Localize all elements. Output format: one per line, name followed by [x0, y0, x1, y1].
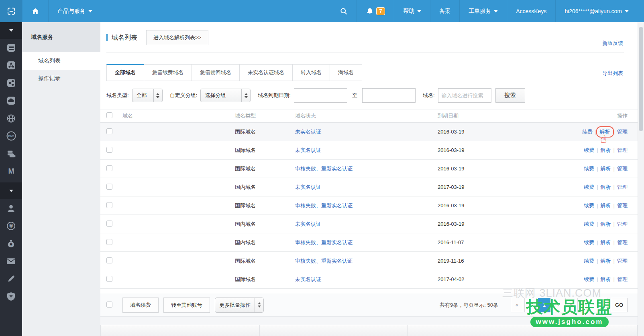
sidebar-item-slb[interactable]	[0, 57, 22, 74]
user-account-menu[interactable]: hi206*****@aliyun.com	[555, 0, 638, 22]
action-link-1[interactable]: 解析	[601, 147, 611, 153]
row-checkbox[interactable]	[106, 276, 112, 282]
help-menu[interactable]: 帮助	[394, 0, 430, 22]
sidebar-item-messages[interactable]	[0, 252, 22, 270]
tab-3[interactable]: 未实名认证域名	[240, 64, 293, 81]
select-all-checkbox-bottom[interactable]	[106, 302, 112, 308]
sidebar-item-oss[interactable]	[0, 74, 22, 92]
sidebar-item-cdn[interactable]	[0, 92, 22, 109]
action-link-2[interactable]: 管理	[617, 129, 628, 135]
sidebar-item-dns[interactable]: DNS	[0, 127, 22, 145]
domain-status-link[interactable]: 未实名认证	[295, 276, 321, 282]
sidebar-item-hosting[interactable]	[0, 145, 22, 162]
products-menu[interactable]: 产品与服务	[48, 0, 101, 22]
tab-5[interactable]: 淘域名	[330, 64, 362, 81]
notifications-button[interactable]: 7	[357, 0, 394, 22]
action-link-0[interactable]: 续费	[584, 258, 594, 264]
expire-date-start-input[interactable]	[294, 88, 347, 103]
action-link-0[interactable]: 续费	[584, 184, 594, 190]
sidebar-item-security[interactable]	[0, 287, 22, 305]
action-link-2[interactable]: 管理	[617, 202, 628, 208]
sidebar-item-ecs[interactable]	[0, 39, 22, 57]
action-link-1[interactable]: 解析	[600, 129, 610, 135]
export-list-link[interactable]: 导出列表	[602, 70, 623, 77]
accesskeys-link[interactable]: AccessKeys	[507, 0, 555, 22]
pagination-prev-button[interactable]: ‹	[524, 298, 537, 312]
action-link-0[interactable]: 续费	[584, 276, 594, 282]
go-button[interactable]: GO	[611, 298, 628, 312]
action-link-1[interactable]: 解析	[601, 221, 611, 227]
action-link-1[interactable]: 解析	[601, 258, 611, 264]
tab-2[interactable]: 急需赎回域名	[192, 64, 240, 81]
pagination-next-button[interactable]: ›	[552, 298, 564, 312]
action-link-0[interactable]: 续费	[582, 129, 593, 135]
sidebar-item-funds[interactable]: ¥	[0, 235, 22, 252]
row-checkbox[interactable]	[106, 257, 112, 263]
tab-4[interactable]: 转入域名	[293, 64, 330, 81]
select-all-checkbox[interactable]	[106, 112, 112, 118]
action-link-0[interactable]: 续费	[584, 239, 594, 245]
sidebar-item-domain-list[interactable]: 域名列表	[22, 52, 100, 70]
row-checkbox[interactable]	[106, 239, 112, 245]
domain-status-link[interactable]: 审核失败、重新实名认证	[295, 258, 353, 264]
expire-date-end-input[interactable]	[362, 88, 416, 103]
sidebar-collapse-top[interactable]	[0, 22, 22, 39]
domain-status-link[interactable]: 审核失败、重新实名认证	[295, 166, 353, 172]
sidebar-item-domain[interactable]	[0, 109, 22, 127]
domain-status-link[interactable]: 未实名认证	[295, 147, 321, 153]
action-link-0[interactable]: 续费	[584, 202, 594, 208]
domain-status-link[interactable]: 未实名认证	[295, 184, 321, 190]
row-checkbox[interactable]	[106, 184, 112, 190]
action-link-1[interactable]: 解析	[601, 166, 611, 172]
action-link-1[interactable]: 解析	[601, 239, 611, 245]
action-link-2[interactable]: 管理	[617, 147, 628, 153]
action-link-1[interactable]: 解析	[601, 202, 611, 208]
action-link-2[interactable]: 管理	[617, 184, 628, 190]
tab-0[interactable]: 全部域名	[106, 64, 144, 81]
domain-type-select[interactable]: 全部	[132, 89, 163, 102]
search-button[interactable]: 搜索	[495, 88, 525, 103]
action-link-2[interactable]: 管理	[617, 239, 628, 245]
scrollbar-thumb[interactable]	[639, 27, 643, 131]
domain-status-link[interactable]: 未实名认证	[295, 129, 321, 135]
row-checkbox[interactable]	[106, 202, 112, 208]
action-link-2[interactable]: 管理	[617, 258, 628, 264]
enter-dns-list-button[interactable]: 进入域名解析列表>>	[146, 30, 208, 45]
action-link-2[interactable]: 管理	[617, 276, 628, 282]
domain-status-link[interactable]: 审核失败、重新实名认证	[295, 202, 353, 208]
sidebar-item-feedback[interactable]	[0, 270, 22, 287]
custom-group-select[interactable]: 选择分组	[200, 89, 251, 102]
search-button[interactable]	[331, 0, 357, 22]
domain-status-link[interactable]: 审核失败、重新实名认证	[295, 239, 353, 245]
aliyun-logo[interactable]	[0, 0, 22, 22]
tab-1[interactable]: 急需续费域名	[144, 64, 192, 81]
transfer-account-button[interactable]: 转至其他账号	[163, 298, 210, 313]
row-checkbox[interactable]	[106, 128, 112, 134]
ticket-service-menu[interactable]: 工单服务	[459, 0, 507, 22]
vertical-scrollbar[interactable]	[638, 22, 644, 336]
action-link-2[interactable]: 管理	[617, 221, 628, 227]
row-checkbox[interactable]	[106, 165, 112, 171]
page-number-input[interactable]	[587, 298, 607, 312]
action-link-2[interactable]: 管理	[617, 166, 628, 172]
row-checkbox[interactable]	[106, 147, 112, 153]
pagination-last-button[interactable]: »	[565, 298, 578, 312]
sidebar-item-billing[interactable]: ¥	[0, 217, 22, 235]
action-link-0[interactable]: 续费	[584, 147, 594, 153]
action-link-0[interactable]: 续费	[584, 221, 594, 227]
sidebar-item-operation-log[interactable]: 操作记录	[22, 70, 100, 87]
sidebar-collapse-bottom[interactable]	[0, 182, 22, 199]
action-link-1[interactable]: 解析	[601, 276, 611, 282]
pagination-first-button[interactable]: «	[511, 298, 523, 312]
pagination-page-1[interactable]: 1	[538, 298, 550, 312]
new-version-feedback-link[interactable]: 新版反馈	[602, 40, 623, 47]
sidebar-item-mns[interactable]: M	[0, 162, 22, 180]
row-checkbox[interactable]	[106, 221, 112, 227]
domain-search-input[interactable]	[438, 88, 491, 103]
home-button[interactable]	[22, 0, 48, 22]
action-link-1[interactable]: 解析	[601, 184, 611, 190]
more-batch-actions-select[interactable]: 更多批量操作	[215, 298, 264, 313]
action-link-0[interactable]: 续费	[584, 166, 594, 172]
sidebar-item-account[interactable]	[0, 199, 22, 217]
renew-domains-button[interactable]: 域名续费	[122, 298, 159, 313]
